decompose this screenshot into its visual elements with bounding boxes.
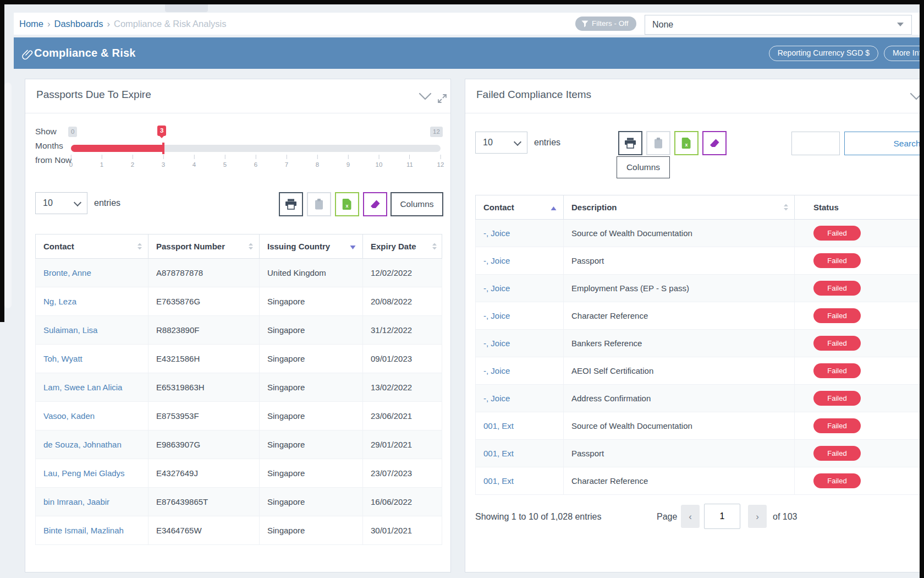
status-badge: Failed	[813, 446, 861, 461]
sort-both-icon	[432, 242, 437, 251]
column-header-status[interactable]: Status	[795, 195, 924, 220]
breadcrumb-bar: Home›Dashboards›Compliance & Risk Analys…	[14, 13, 920, 35]
table-cell: Singapore	[260, 402, 363, 430]
table-row: -, JoiceCharacter ReferenceFailed	[476, 302, 924, 330]
contact-link[interactable]: Lau, Peng Mei Gladys	[36, 459, 148, 488]
months-slider[interactable]	[71, 145, 441, 152]
entries-per-page-value: 10	[43, 193, 53, 214]
table-cell: 23/07/2023	[363, 459, 442, 488]
table-cell: Source of Wealth Documentation	[564, 220, 795, 247]
contact-link[interactable]: -, Joice	[476, 275, 564, 302]
column-header-expiry-date[interactable]: Expiry Date	[363, 235, 442, 259]
excel-file-icon: x	[682, 138, 691, 149]
contact-link[interactable]: -, Joice	[476, 357, 564, 385]
entries-per-page-select[interactable]: 10	[475, 132, 527, 154]
contact-link[interactable]: -, Joice	[476, 220, 564, 247]
status-badge: Failed	[813, 281, 861, 296]
contact-link[interactable]: de Souza, Johnathan	[36, 430, 148, 459]
funnel-icon	[581, 20, 588, 28]
print-button[interactable]	[279, 192, 303, 216]
column-header-label: Contact	[483, 203, 514, 212]
contact-link[interactable]: Binte Ismail, Mazlinah	[36, 516, 148, 545]
column-header-passport-number[interactable]: Passport Number	[148, 235, 260, 259]
next-page-button[interactable]: ›	[748, 505, 767, 528]
copy-button[interactable]	[307, 192, 331, 216]
contact-link[interactable]: Lam, Swee Lan Alicia	[36, 373, 148, 402]
contact-link[interactable]: -, Joice	[476, 385, 564, 412]
table-cell: Singapore	[260, 345, 363, 373]
column-header-issuing-country[interactable]: Issuing Country	[260, 235, 363, 259]
contact-link[interactable]: bin Imraan, Jaabir	[36, 488, 148, 516]
contact-link[interactable]: Ng, Leza	[36, 287, 148, 316]
more-info-button[interactable]: More Info	[884, 46, 924, 61]
sort-both-icon	[137, 242, 142, 251]
breadcrumb-dashboards[interactable]: Dashboards	[54, 19, 103, 29]
breadcrumb-home[interactable]: Home	[19, 19, 43, 29]
page-header: Compliance & Risk Reporting Currency SGD…	[14, 37, 920, 69]
sort-descending-icon	[350, 242, 356, 251]
failed-compliance-table: Contact Description Status -, JoiceSourc…	[475, 195, 924, 495]
paperclip-icon	[21, 48, 34, 60]
contact-link[interactable]: Sulaiman, Lisa	[36, 316, 148, 345]
previous-page-button[interactable]: ‹	[681, 505, 700, 528]
table-row: Sulaiman, LisaR8823890FSingapore31/12/20…	[36, 316, 442, 345]
table-cell: E3464765W	[148, 516, 260, 545]
search-input[interactable]	[791, 132, 840, 155]
columns-tooltip[interactable]: Columns	[617, 156, 670, 178]
table-cell: E9863907G	[148, 430, 260, 459]
filters-toggle-button[interactable]: Filters - Off	[575, 17, 636, 31]
table-cell: Singapore	[260, 430, 363, 459]
divider	[465, 113, 923, 113]
collapse-chevron-icon[interactable]	[419, 92, 432, 101]
chevron-down-icon	[514, 138, 521, 146]
contact-link[interactable]: Vasoo, Kaden	[36, 402, 148, 430]
column-header-contact[interactable]: Contact	[36, 235, 148, 259]
contact-link[interactable]: -, Joice	[476, 330, 564, 357]
status-badge: Failed	[813, 391, 861, 406]
copy-button[interactable]	[646, 131, 670, 155]
table-header-row: Contact Description Status	[476, 195, 924, 220]
page-label: Page	[657, 512, 677, 522]
contact-link[interactable]: Bronte, Anne	[36, 259, 148, 287]
print-button[interactable]	[618, 131, 642, 155]
search-button[interactable]: Search	[844, 132, 924, 155]
table-cell: 20/08/2022	[363, 287, 442, 316]
table-row: bin Imraan, JaabirE876439865TSingapore16…	[36, 488, 442, 516]
contact-link[interactable]: 001, Ext	[476, 467, 564, 495]
entries-per-page-select[interactable]: 10	[35, 192, 87, 214]
reporting-currency-button[interactable]: Reporting Currency SGD $	[769, 46, 878, 61]
status-cell: Failed	[795, 467, 924, 495]
contact-link[interactable]: Toh, Wyatt	[36, 345, 148, 373]
status-cell: Failed	[795, 220, 924, 247]
column-header-contact[interactable]: Contact	[476, 195, 564, 220]
column-header-label: Description	[571, 203, 617, 212]
filter-profile-select[interactable]: None	[645, 15, 912, 35]
clear-button[interactable]	[363, 192, 387, 216]
column-header-label: Issuing Country	[267, 242, 330, 251]
table-cell: Singapore	[260, 516, 363, 545]
failed-compliance-table-body: -, JoiceSource of Wealth DocumentationFa…	[476, 220, 924, 495]
table-cell: 09/01/2023	[363, 345, 442, 373]
contact-link[interactable]: 001, Ext	[476, 440, 564, 467]
status-cell: Failed	[795, 385, 924, 412]
expand-icon[interactable]	[438, 94, 447, 103]
clear-button[interactable]	[702, 131, 727, 155]
columns-button[interactable]: Columns	[391, 192, 443, 216]
slider-thumb[interactable]	[162, 143, 164, 154]
excel-export-button[interactable]: x	[335, 192, 359, 216]
status-badge: Failed	[813, 253, 861, 268]
page-number-input[interactable]	[704, 504, 740, 529]
slider-tick: 4	[193, 155, 196, 168]
status-badge: Failed	[813, 308, 861, 323]
contact-link[interactable]: -, Joice	[476, 302, 564, 330]
slider-tick: 0	[69, 155, 73, 168]
excel-file-icon: x	[343, 199, 352, 210]
contact-link[interactable]: 001, Ext	[476, 412, 564, 440]
table-row: -, JoiceSource of Wealth DocumentationFa…	[476, 220, 924, 247]
table-header-row: Contact Passport Number Issuing Country	[36, 235, 442, 259]
excel-export-button[interactable]: x	[674, 131, 698, 155]
column-header-description[interactable]: Description	[564, 195, 795, 220]
scrollbar-vertical[interactable]	[4, 83, 12, 308]
contact-link[interactable]: -, Joice	[476, 247, 564, 275]
status-cell: Failed	[795, 247, 924, 275]
